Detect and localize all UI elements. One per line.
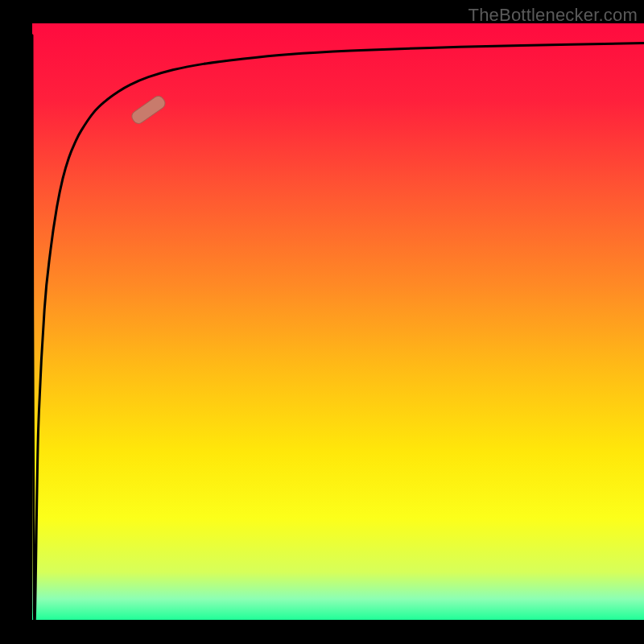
curve-layer [32,23,644,620]
chart-frame: TheBottlenecker.com [0,0,644,644]
curve-marker [130,94,167,126]
watermark-text: TheBottlenecker.com [469,5,638,26]
plot-area [32,23,644,620]
curve-marker-pill [130,94,167,126]
bottleneck-curve [32,35,644,620]
